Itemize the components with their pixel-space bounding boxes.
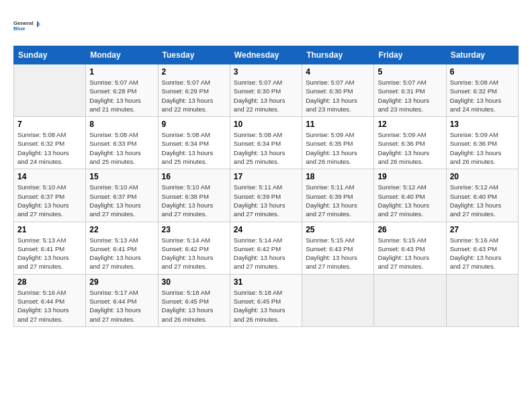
calendar-cell: 22Sunrise: 5:13 AMSunset: 6:41 PMDayligh… [86,222,158,274]
calendar-cell: 23Sunrise: 5:14 AMSunset: 6:42 PMDayligh… [158,222,230,274]
day-info: Sunrise: 5:13 AMSunset: 6:41 PMDaylight:… [89,236,154,271]
day-info: Sunrise: 5:11 AMSunset: 6:39 PMDaylight:… [234,183,298,218]
day-number: 20 [450,172,515,181]
calendar-cell: 26Sunrise: 5:15 AMSunset: 6:43 PMDayligh… [374,222,446,274]
day-number: 8 [89,120,154,129]
day-info: Sunrise: 5:09 AMSunset: 6:36 PMDaylight:… [450,130,515,166]
day-number: 28 [17,277,82,287]
day-info: Sunrise: 5:09 AMSunset: 6:36 PMDaylight:… [378,130,442,166]
day-number: 23 [162,225,226,234]
day-number: 1 [89,67,154,77]
day-info: Sunrise: 5:07 AMSunset: 6:28 PMDaylight:… [89,78,154,113]
weekday-header: Sunday [14,46,86,64]
calendar-cell: 9Sunrise: 5:08 AMSunset: 6:34 PMDaylight… [158,117,230,169]
day-number: 11 [306,120,370,129]
calendar-cell: 11Sunrise: 5:09 AMSunset: 6:35 PMDayligh… [302,117,374,169]
day-info: Sunrise: 5:14 AMSunset: 6:42 PMDaylight:… [162,236,226,271]
day-number: 15 [89,172,154,181]
day-info: Sunrise: 5:07 AMSunset: 6:29 PMDaylight:… [162,78,226,113]
logo: General Blue [13,13,40,38]
logo-svg: General Blue [13,13,40,38]
svg-marker-3 [38,23,40,26]
page-container: General Blue SundayMondayTuesdayWednesda… [0,0,532,411]
day-number: 25 [306,225,370,234]
day-number: 19 [378,172,442,181]
day-info: Sunrise: 5:07 AMSunset: 6:30 PMDaylight:… [306,78,370,113]
day-number: 27 [450,225,515,234]
day-info: Sunrise: 5:07 AMSunset: 6:31 PMDaylight:… [378,78,442,113]
day-number: 29 [89,277,154,287]
calendar-cell: 1Sunrise: 5:07 AMSunset: 6:28 PMDaylight… [86,64,158,117]
calendar-week-row: 21Sunrise: 5:13 AMSunset: 6:41 PMDayligh… [14,222,519,274]
day-info: Sunrise: 5:10 AMSunset: 6:37 PMDaylight:… [89,183,154,218]
day-info: Sunrise: 5:16 AMSunset: 6:43 PMDaylight:… [450,236,515,271]
calendar-table: SundayMondayTuesdayWednesdayThursdayFrid… [13,46,519,327]
calendar-cell: 28Sunrise: 5:16 AMSunset: 6:44 PMDayligh… [14,274,86,326]
calendar-cell [446,274,518,326]
calendar-cell: 8Sunrise: 5:08 AMSunset: 6:33 PMDaylight… [86,117,158,169]
calendar-week-row: 14Sunrise: 5:10 AMSunset: 6:37 PMDayligh… [14,169,519,222]
calendar-cell: 14Sunrise: 5:10 AMSunset: 6:37 PMDayligh… [14,169,86,222]
calendar-cell: 2Sunrise: 5:07 AMSunset: 6:29 PMDaylight… [158,64,230,117]
day-info: Sunrise: 5:12 AMSunset: 6:40 PMDaylight:… [378,183,442,218]
calendar-cell: 31Sunrise: 5:18 AMSunset: 6:45 PMDayligh… [230,274,302,326]
day-number: 14 [17,172,82,181]
day-number: 26 [378,225,442,234]
day-info: Sunrise: 5:18 AMSunset: 6:45 PMDaylight:… [162,288,226,324]
day-info: Sunrise: 5:13 AMSunset: 6:41 PMDaylight:… [17,236,82,271]
weekday-header: Saturday [446,46,518,64]
day-info: Sunrise: 5:15 AMSunset: 6:43 PMDaylight:… [306,236,370,271]
calendar-cell: 27Sunrise: 5:16 AMSunset: 6:43 PMDayligh… [446,222,518,274]
calendar-cell: 5Sunrise: 5:07 AMSunset: 6:31 PMDaylight… [374,64,446,117]
day-info: Sunrise: 5:15 AMSunset: 6:43 PMDaylight:… [378,236,442,271]
day-number: 13 [450,120,515,129]
svg-text:Blue: Blue [13,26,26,32]
calendar-cell: 17Sunrise: 5:11 AMSunset: 6:39 PMDayligh… [230,169,302,222]
weekday-header: Monday [86,46,158,64]
calendar-cell: 18Sunrise: 5:11 AMSunset: 6:39 PMDayligh… [302,169,374,222]
day-number: 3 [234,67,298,77]
day-info: Sunrise: 5:12 AMSunset: 6:40 PMDaylight:… [450,183,515,218]
day-info: Sunrise: 5:10 AMSunset: 6:37 PMDaylight:… [17,183,82,218]
calendar-cell: 3Sunrise: 5:07 AMSunset: 6:30 PMDaylight… [230,64,302,117]
weekday-header: Thursday [302,46,374,64]
day-number: 17 [234,172,298,181]
day-info: Sunrise: 5:08 AMSunset: 6:34 PMDaylight:… [234,130,298,166]
day-number: 4 [306,67,370,77]
day-number: 16 [162,172,226,181]
day-info: Sunrise: 5:07 AMSunset: 6:30 PMDaylight:… [234,78,298,113]
day-info: Sunrise: 5:16 AMSunset: 6:44 PMDaylight:… [17,288,82,324]
day-number: 9 [162,120,226,129]
weekday-header: Friday [374,46,446,64]
calendar-cell: 16Sunrise: 5:10 AMSunset: 6:38 PMDayligh… [158,169,230,222]
day-info: Sunrise: 5:08 AMSunset: 6:32 PMDaylight:… [450,78,515,113]
day-info: Sunrise: 5:09 AMSunset: 6:35 PMDaylight:… [306,130,370,166]
day-info: Sunrise: 5:11 AMSunset: 6:39 PMDaylight:… [306,183,370,218]
calendar-week-row: 28Sunrise: 5:16 AMSunset: 6:44 PMDayligh… [14,274,519,326]
weekday-header: Wednesday [230,46,302,64]
day-info: Sunrise: 5:08 AMSunset: 6:33 PMDaylight:… [89,130,154,166]
calendar-cell: 29Sunrise: 5:17 AMSunset: 6:44 PMDayligh… [86,274,158,326]
day-number: 6 [450,67,515,77]
day-number: 30 [162,277,226,287]
day-number: 31 [234,277,298,287]
day-info: Sunrise: 5:08 AMSunset: 6:34 PMDaylight:… [162,130,226,166]
calendar-cell: 10Sunrise: 5:08 AMSunset: 6:34 PMDayligh… [230,117,302,169]
day-number: 22 [89,225,154,234]
day-number: 7 [17,120,82,129]
weekday-header: Tuesday [158,46,230,64]
calendar-cell: 7Sunrise: 5:08 AMSunset: 6:32 PMDaylight… [14,117,86,169]
day-number: 10 [234,120,298,129]
day-info: Sunrise: 5:18 AMSunset: 6:45 PMDaylight:… [234,288,298,324]
day-info: Sunrise: 5:17 AMSunset: 6:44 PMDaylight:… [89,288,154,324]
calendar-cell: 25Sunrise: 5:15 AMSunset: 6:43 PMDayligh… [302,222,374,274]
day-number: 5 [378,67,442,77]
day-number: 21 [17,225,82,234]
weekday-header-row: SundayMondayTuesdayWednesdayThursdayFrid… [14,46,519,64]
calendar-cell: 13Sunrise: 5:09 AMSunset: 6:36 PMDayligh… [446,117,518,169]
calendar-week-row: 1Sunrise: 5:07 AMSunset: 6:28 PMDaylight… [14,64,519,117]
calendar-cell: 24Sunrise: 5:14 AMSunset: 6:42 PMDayligh… [230,222,302,274]
day-number: 12 [378,120,442,129]
header: General Blue [13,13,519,38]
calendar-week-row: 7Sunrise: 5:08 AMSunset: 6:32 PMDaylight… [14,117,519,169]
